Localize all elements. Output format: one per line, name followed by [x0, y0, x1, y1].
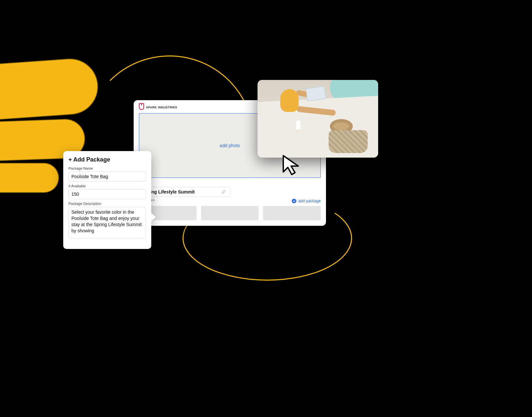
event-name-section-label: NAME — [139, 182, 321, 185]
package-slot[interactable] — [201, 206, 259, 220]
brand-logo-icon — [139, 105, 144, 110]
cursor-icon — [282, 154, 303, 177]
available-input[interactable] — [68, 189, 146, 199]
photo-bottle-shape — [296, 120, 301, 132]
plus-circle-icon: + — [292, 199, 296, 203]
photo-tote-shape — [329, 130, 368, 153]
svg-marker-0 — [283, 156, 298, 175]
decorative-blob — [0, 57, 99, 122]
brand-name: SPARK INDUSTRIES — [146, 106, 177, 109]
event-name-input[interactable] — [139, 187, 230, 197]
available-label: # Available — [68, 184, 146, 188]
package-slot[interactable] — [263, 206, 321, 220]
photo-person-shape — [267, 83, 316, 128]
add-photo-label: add photo — [220, 143, 240, 148]
package-description-textarea[interactable] — [68, 207, 146, 238]
photo-preview-card[interactable] — [258, 80, 378, 158]
package-name-label: Package Name — [68, 166, 146, 170]
edit-icon[interactable] — [222, 189, 226, 194]
package-name-input[interactable] — [68, 172, 146, 181]
add-package-popover: + Add Package Package Name # Available P… — [63, 151, 151, 249]
package-slots — [139, 206, 321, 220]
package-description-label: Package Description — [68, 202, 146, 206]
add-package-label: add package — [298, 199, 321, 203]
popover-title: + Add Package — [68, 156, 146, 163]
add-package-button[interactable]: + add package — [292, 199, 321, 203]
decorative-blob — [0, 163, 59, 193]
